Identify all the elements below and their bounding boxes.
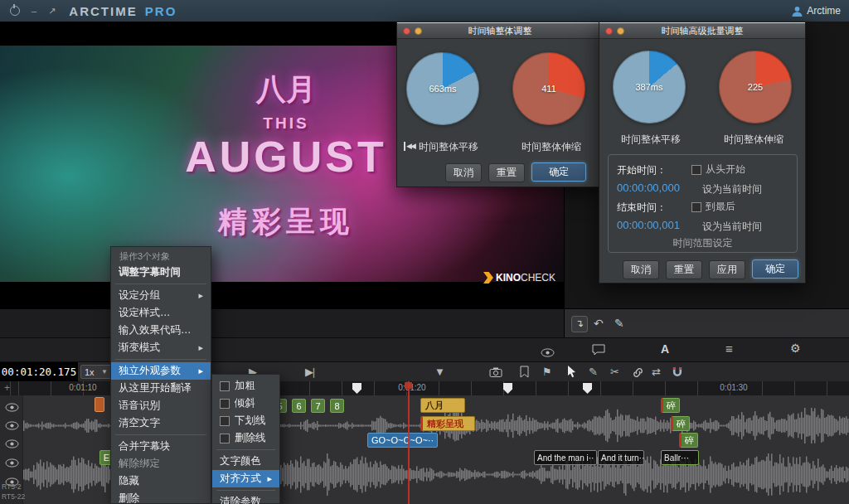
subtitle-block[interactable]: 碎 xyxy=(661,398,680,413)
gear-icon[interactable]: ⚙ xyxy=(790,342,801,354)
track-eye-icon[interactable] xyxy=(5,456,19,465)
dialog-title: 时间轴高级批量调整 xyxy=(599,23,805,38)
end-time-value[interactable]: 00:00:00,001 xyxy=(617,219,680,231)
dialog-body: 663ms 411 ◀◀ 时间整体平移 时间整体伸缩 取消 重置 确定 xyxy=(397,39,603,187)
from-start-checkbox[interactable]: 从头开始 xyxy=(691,162,745,177)
camera-icon[interactable] xyxy=(489,366,502,380)
subtitle-block[interactable]: 7 xyxy=(311,399,325,413)
track-eye-icon[interactable] xyxy=(5,400,19,410)
subtitle-block[interactable] xyxy=(95,397,104,412)
submenu-item-strikethrough[interactable]: 删除线 xyxy=(212,429,279,447)
video-title-cn-top: 八月 xyxy=(137,70,435,110)
submenu-item-alignment[interactable]: 对齐方式▸ xyxy=(212,470,279,487)
shift-dial[interactable]: 387ms xyxy=(613,51,686,124)
menu-item-hide[interactable]: 隐藏 xyxy=(111,472,211,490)
menu-item-speech-recognition[interactable]: 语音识别 xyxy=(111,397,211,414)
reset-button[interactable]: 重置 xyxy=(488,163,525,182)
scale-dial[interactable]: 225 xyxy=(719,51,792,124)
ruler-label: 0:01:10 xyxy=(67,383,98,392)
swap-arrows-icon[interactable]: ⇄ xyxy=(652,366,661,378)
menu-item-adjust-time[interactable]: 调整字幕时间 xyxy=(111,264,211,281)
skip-forward-icon[interactable]: ▶▏ xyxy=(305,366,320,379)
app-logo: ARCTIME PRO xyxy=(69,4,177,18)
menu-item-set-group[interactable]: 设定分组▸ xyxy=(111,287,211,304)
playhead[interactable] xyxy=(408,381,410,504)
menu-item-gradient-mode[interactable]: 渐变模式▸ xyxy=(111,339,211,356)
submenu-item-italic[interactable]: 倾斜 xyxy=(212,395,279,412)
minimize-icon[interactable]: – xyxy=(32,7,36,16)
power-icon[interactable] xyxy=(10,6,20,16)
ok-button[interactable]: 确定 xyxy=(752,259,798,279)
menu-item-merge-blocks[interactable]: 合并字幕块 xyxy=(111,438,211,455)
menu-item-set-style[interactable]: 设定样式… xyxy=(111,304,211,322)
scissors-icon[interactable]: ✂ xyxy=(610,366,619,378)
track-eye-icon[interactable] xyxy=(5,419,19,428)
set-current-time-button[interactable]: 设为当前时间 xyxy=(702,220,762,234)
menu-item-clear-text[interactable]: 清空文字 xyxy=(111,414,211,432)
submenu-item-underline[interactable]: 下划线 xyxy=(212,412,279,429)
brand-arctime: ARCTIME xyxy=(69,4,137,18)
submenu-item-clear-params[interactable]: 清除参数 xyxy=(212,493,279,504)
bookmark-icon[interactable] xyxy=(519,366,530,380)
end-time-label: 结束时间： xyxy=(617,201,667,215)
checkbox-icon[interactable] xyxy=(220,416,230,426)
shift-value: 663ms xyxy=(406,84,479,94)
dialog-titlebar[interactable]: 时间轴整体调整 xyxy=(397,22,603,39)
timeline-header-left xyxy=(0,308,564,338)
link-icon[interactable] xyxy=(632,366,644,381)
submenu-item-text-color[interactable]: 文字颜色 xyxy=(212,453,279,470)
checkbox-icon[interactable] xyxy=(220,399,230,409)
set-current-time-button[interactable]: 设为当前时间 xyxy=(702,182,762,196)
pencil-icon[interactable]: ✎ xyxy=(589,366,598,378)
subtitle-block[interactable]: 8 xyxy=(330,399,344,413)
add-icon[interactable]: + xyxy=(4,382,10,394)
arctime-app: – ↗ ARCTIME PRO Arctime 八月 THIS AUGUST 精… xyxy=(0,0,849,504)
insert-below-icon[interactable]: ↴ xyxy=(571,316,588,332)
dialog-titlebar[interactable]: 时间轴高级批量调整 xyxy=(599,22,805,39)
subtitle-block[interactable]: 6 xyxy=(292,399,306,413)
scale-dial[interactable]: 411 xyxy=(512,52,585,125)
to-end-checkbox[interactable]: 到最后 xyxy=(691,200,735,214)
checkbox-icon[interactable] xyxy=(220,381,230,391)
ok-button[interactable]: 确定 xyxy=(531,162,586,182)
subtitle-block[interactable]: And the man i·· xyxy=(534,450,597,465)
cancel-button[interactable]: 取消 xyxy=(623,260,659,279)
cancel-button[interactable]: 取消 xyxy=(445,163,482,182)
playback-speed-dropdown[interactable]: 1x ▼ xyxy=(80,365,112,379)
subtitle-block[interactable]: And it turn·· xyxy=(598,450,644,465)
menu-item-delete[interactable]: 删除 xyxy=(111,490,211,504)
apply-button[interactable]: 应用 xyxy=(709,260,745,279)
track-eye-icon[interactable] xyxy=(5,437,19,446)
flag-icon[interactable]: ⚑ xyxy=(542,366,552,378)
marker-down-icon[interactable]: ▼ xyxy=(434,366,445,378)
shift-value: 387ms xyxy=(613,82,686,92)
checkbox-icon[interactable] xyxy=(691,202,701,212)
subtitle-visibility-eye-icon[interactable] xyxy=(541,346,555,355)
list-icon[interactable]: ≡ xyxy=(725,342,733,355)
reset-button[interactable]: 重置 xyxy=(666,260,702,279)
checkbox-icon[interactable] xyxy=(691,165,701,175)
comment-icon[interactable] xyxy=(592,344,605,357)
text-style-icon[interactable]: A xyxy=(661,343,669,355)
expand-icon[interactable]: ↗ xyxy=(48,7,56,16)
menu-item-unbind[interactable]: 解除绑定 xyxy=(111,455,211,472)
subtitle-block[interactable]: Ballr··· xyxy=(661,450,699,465)
edit-pencil-icon[interactable]: ✎ xyxy=(614,317,624,329)
menu-item-effect-code[interactable]: 输入效果代码… xyxy=(111,322,211,339)
subtitle-block[interactable]: 碎 xyxy=(679,433,698,448)
checkbox-icon[interactable] xyxy=(220,434,230,443)
start-time-value[interactable]: 00:00:00,000 xyxy=(617,182,680,194)
menu-item-translate-from-here[interactable]: 从这里开始翻译 xyxy=(111,380,211,397)
subtitle-block[interactable]: 碎 xyxy=(671,416,690,431)
subtitle-block[interactable]: 八月 xyxy=(420,398,465,413)
magnet-icon[interactable] xyxy=(672,366,683,380)
menu-item-independent-appearance[interactable]: 独立外观参数▸ xyxy=(111,362,211,380)
account-button[interactable]: Arctime xyxy=(792,0,841,22)
cursor-select-icon[interactable] xyxy=(567,366,576,380)
submenu-item-bold[interactable]: 加粗 xyxy=(212,377,279,395)
track-gutter: RT5-2 RT5-22 xyxy=(0,395,23,504)
subtitle-block[interactable]: GO~O~C~O~·· xyxy=(367,433,438,448)
undo-icon[interactable]: ↶ xyxy=(594,317,604,329)
subtitle-block[interactable]: 精彩呈现 xyxy=(420,416,475,431)
shift-dial[interactable]: 663ms xyxy=(406,52,479,125)
